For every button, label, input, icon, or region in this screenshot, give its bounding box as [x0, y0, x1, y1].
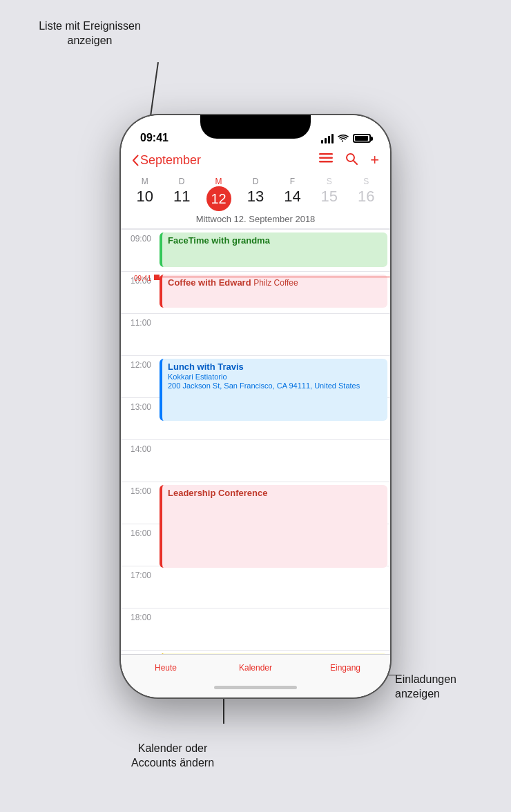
event-title: Lunch with Travis — [168, 362, 382, 372]
slot-area-1800 — [157, 608, 390, 650]
day-col-sat[interactable]: S 15 — [311, 177, 347, 211]
annotation-calendar-text: Kalender oderAccounts ändern — [131, 742, 214, 769]
day-num: 11 — [163, 186, 200, 207]
day-col-fri[interactable]: F 14 — [274, 177, 311, 211]
time-line — [160, 277, 390, 278]
screen-content: 09:41 — [121, 115, 390, 697]
annotation-invitations: Einladungenanzeigen — [395, 673, 499, 702]
event-facetime[interactable]: FaceTime with grandma — [160, 232, 387, 267]
slot-0900: 09:00 FaceTime with grandma — [121, 229, 390, 271]
week-strip: M 10 D 11 M 12 D 13 — [121, 174, 390, 229]
full-date-label: Mittwoch 12. September 2018 — [121, 211, 390, 228]
annotation-calendar: Kalender oderAccounts ändern — [110, 742, 235, 771]
slot-1700: 17:00 — [121, 566, 390, 608]
slot-area-1900: Choir concert — [157, 651, 390, 654]
home-indicator — [121, 678, 390, 697]
day-num-today: 12 — [206, 186, 231, 211]
day-num: 16 — [348, 186, 385, 207]
event-subtitle: Kokkari Estiatorio — [168, 373, 382, 381]
day-num: 10 — [126, 186, 163, 207]
notch — [200, 115, 311, 139]
time-dot — [154, 275, 160, 280]
nav-header: September — [121, 150, 390, 174]
slot-area-1100 — [157, 314, 390, 355]
day-col-wed-today[interactable]: M 12 — [200, 177, 237, 211]
status-icons — [321, 133, 371, 146]
phone-screen: 09:41 — [121, 115, 390, 697]
current-time-text: 09:41 — [134, 275, 151, 282]
add-event-icon[interactable]: + — [370, 152, 379, 168]
svg-rect-1 — [319, 157, 333, 159]
day-col-tue[interactable]: D 11 — [163, 177, 200, 211]
day-letter: S — [311, 177, 347, 186]
annotation-list-view: Liste mit Ereignissenanzeigen — [28, 19, 152, 48]
time-label-1600: 16:00 — [121, 524, 157, 566]
day-headers: M 10 D 11 M 12 D 13 — [121, 177, 390, 211]
day-letter: D — [237, 177, 273, 186]
time-label-1300: 13:00 — [121, 398, 157, 439]
slot-area-1500: Leadership Conference — [157, 482, 390, 524]
signal-icon — [321, 134, 334, 143]
day-letter: M — [126, 177, 163, 186]
slot-1900: 19:00 Choir concert — [121, 650, 390, 654]
status-time: 09:41 — [140, 132, 168, 146]
day-letter: F — [274, 177, 311, 186]
wifi-icon — [338, 133, 349, 144]
annotation-invitations-text: Einladungenanzeigen — [395, 673, 456, 700]
slot-1800: 18:00 — [121, 608, 390, 650]
home-bar — [214, 686, 297, 689]
annotation-list-view-text: Liste mit Ereignissenanzeigen — [39, 20, 141, 46]
time-label-1200: 12:00 — [121, 356, 157, 397]
day-col-sun[interactable]: S 16 — [348, 177, 385, 211]
svg-rect-0 — [319, 153, 333, 155]
day-col-mon[interactable]: M 10 — [126, 177, 163, 211]
slot-1200: 12:00 Lunch with Travis Kokkari Estiator… — [121, 355, 390, 397]
list-icon[interactable] — [319, 153, 333, 168]
day-letter: M — [200, 177, 237, 186]
time-label-1400: 14:00 — [121, 440, 157, 482]
slot-area-0900: FaceTime with grandma — [157, 230, 390, 271]
slot-area-1700 — [157, 566, 390, 608]
time-label-1500: 15:00 — [121, 482, 157, 524]
time-label-1700: 17:00 — [121, 566, 157, 608]
slots-container: 09:00 FaceTime with grandma — [121, 229, 390, 654]
back-button[interactable]: September — [132, 153, 201, 168]
day-col-thu[interactable]: D 13 — [237, 177, 273, 211]
day-letter: D — [163, 177, 200, 186]
tab-calendar[interactable]: Kalender — [211, 660, 300, 675]
slot-area-1400 — [157, 440, 390, 482]
time-label-0900: 09:00 — [121, 230, 157, 271]
event-address: 200 Jackson St, San Francisco, CA 94111,… — [168, 382, 382, 390]
day-num: 13 — [237, 186, 273, 207]
time-label-1800: 18:00 — [121, 608, 157, 650]
time-label-1100: 11:00 — [121, 314, 157, 355]
battery-icon — [353, 134, 371, 143]
svg-rect-2 — [319, 161, 333, 163]
search-icon[interactable] — [345, 152, 358, 168]
phone-device: 09:41 — [121, 115, 390, 697]
chevron-left-icon — [132, 155, 139, 166]
calendar-grid[interactable]: 09:00 FaceTime with grandma — [121, 229, 390, 654]
day-num: 14 — [274, 186, 311, 207]
bottom-tabs: Heute Kalender Eingang — [121, 654, 390, 678]
page-wrapper: Liste mit Ereignissenanzeigen Einladunge… — [0, 0, 511, 812]
tab-today[interactable]: Heute — [121, 660, 211, 675]
svg-line-4 — [354, 160, 358, 164]
nav-action-icons: + — [319, 152, 379, 168]
event-title: FaceTime with grandma — [168, 235, 382, 246]
day-letter: S — [348, 177, 385, 186]
event-lunch[interactable]: Lunch with Travis Kokkari Estiatorio 200… — [160, 359, 387, 421]
nav-month-label: September — [140, 153, 201, 168]
current-time-indicator: 09:41 — [121, 271, 390, 284]
slot-area-1200: Lunch with Travis Kokkari Estiatorio 200… — [157, 356, 390, 397]
slot-1100: 11:00 — [121, 313, 390, 355]
tab-inbox[interactable]: Eingang — [300, 660, 390, 675]
time-label-1900: 19:00 — [121, 651, 157, 654]
event-choir[interactable]: Choir concert — [160, 653, 387, 654]
event-leadership[interactable]: Leadership Conference — [160, 485, 387, 568]
slot-1500: 15:00 Leadership Conference — [121, 482, 390, 524]
slot-1400: 14:00 — [121, 439, 390, 482]
event-title: Leadership Conference — [168, 488, 382, 498]
day-num: 15 — [311, 186, 347, 207]
